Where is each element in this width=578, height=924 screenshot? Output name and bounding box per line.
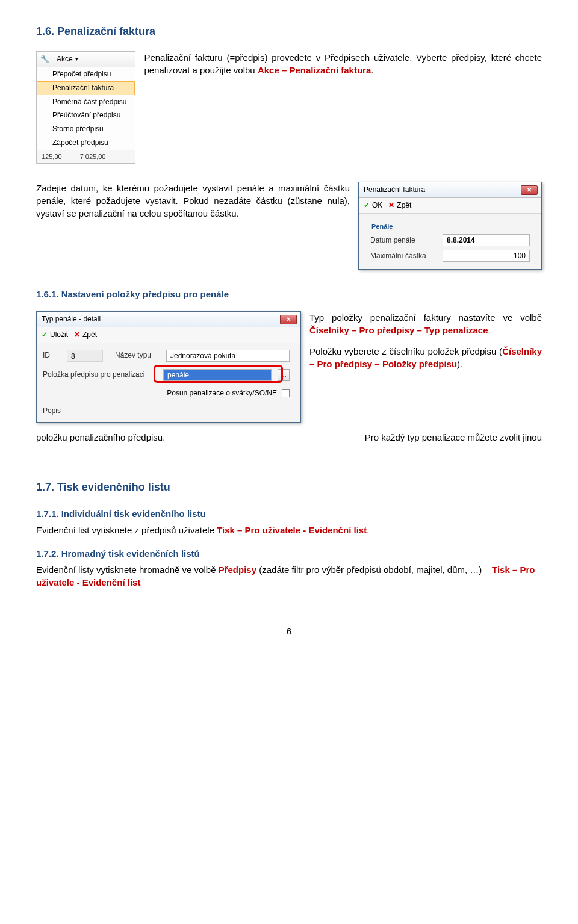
menu-item[interactable]: Storno předpisu xyxy=(37,122,135,136)
max-label: Maximální částka xyxy=(370,251,437,261)
page-number: 6 xyxy=(36,625,542,637)
menu-item-selected[interactable]: Penalizační faktura xyxy=(37,81,135,95)
footer-value-b: 7 025,00 xyxy=(80,152,106,161)
heading-1-6: 1.6. Penalizační faktura xyxy=(36,24,542,39)
cross-icon: ✕ xyxy=(74,330,80,340)
footer-value-a: 125,00 xyxy=(42,152,62,161)
akce-button-label: Akce xyxy=(57,54,73,64)
akce-dropdown: Přepočet předpisu Penalizační faktura Po… xyxy=(37,67,135,150)
ok-button[interactable]: ✓OK xyxy=(364,200,382,211)
item-label: Položka předpisu pro penalizaci xyxy=(43,370,157,380)
akce-menu-screenshot: 🔧 Akce ▾ Přepočet předpisu Penalizační f… xyxy=(36,51,135,164)
menu-item[interactable]: Přeúčtování předpisu xyxy=(37,108,135,122)
heading-1-6-1: 1.6.1. Nastavení položky předpisu pro pe… xyxy=(36,288,542,300)
group-title: Penále xyxy=(369,222,395,231)
check-icon: ✓ xyxy=(42,330,48,340)
menu-item[interactable]: Poměrná část předpisu xyxy=(37,95,135,109)
max-input[interactable] xyxy=(443,250,530,262)
back-button[interactable]: ✕Zpět xyxy=(388,200,411,211)
heading-1-7-1: 1.7.1. Individuální tisk evidenčního lis… xyxy=(36,507,542,520)
close-icon[interactable]: ✕ xyxy=(280,315,297,324)
id-label: ID xyxy=(43,350,61,361)
lower-left-text: položku penalizačního předpisu. xyxy=(36,431,165,444)
typ-penale-dialog: Typ penále - detail ✕ ✓Uložit ✕Zpět ID 8… xyxy=(36,311,301,423)
dialog-title: Typ penále - detail xyxy=(42,314,101,324)
date-label: Datum penále xyxy=(370,235,437,246)
close-icon[interactable]: ✕ xyxy=(521,185,538,195)
cross-icon: ✕ xyxy=(388,200,394,211)
paragraph-1-7-2: Evidenční listy vytisknete hromadně ve v… xyxy=(36,563,542,589)
name-label: Název typu xyxy=(115,350,160,361)
item-input[interactable] xyxy=(163,369,272,381)
shift-label: Posun penalizace o svátky/SO/NE xyxy=(167,388,277,398)
name-input[interactable] xyxy=(166,350,290,362)
menu-item[interactable]: Přepočet předpisu xyxy=(37,67,135,81)
paragraph-1-7-1: Evidenční list vytisknete z předpisů uži… xyxy=(36,524,542,536)
lower-right-text: Pro každý typ penalizace můžete zvolit j… xyxy=(173,431,542,444)
penale-dialog: Penalizační faktura ✕ ✓OK ✕Zpět Penále D… xyxy=(358,182,542,270)
wrench-icon: 🔧 xyxy=(40,54,49,64)
right-paragraph-2: Položku vyberete z číselníku položek pře… xyxy=(309,345,542,370)
back-button[interactable]: ✕Zpět xyxy=(74,330,97,340)
date-input[interactable] xyxy=(443,234,530,246)
mid-paragraph: Zadejte datum, ke kterému požadujete vys… xyxy=(36,182,350,220)
id-value: 8 xyxy=(67,350,103,362)
akce-footer: 125,00 7 025,00 xyxy=(37,150,135,163)
shift-checkbox[interactable] xyxy=(282,389,290,397)
intro-paragraph: Penalizační fakturu (=předpis) provedete… xyxy=(144,51,542,76)
heading-1-7: 1.7. Tisk evidenčního listu xyxy=(36,480,542,495)
lookup-button[interactable]: … xyxy=(278,369,290,381)
popis-label: Popis xyxy=(43,406,73,416)
right-paragraph-1: Typ položky penalizační faktury nastavít… xyxy=(309,311,542,336)
dialog-title: Penalizační faktura xyxy=(364,185,425,195)
menu-item[interactable]: Zápočet předpisu xyxy=(37,136,135,150)
check-icon: ✓ xyxy=(364,200,370,211)
akce-button[interactable]: Akce ▾ xyxy=(53,54,82,65)
chevron-down-icon: ▾ xyxy=(75,55,78,63)
heading-1-7-2: 1.7.2. Hromadný tisk evidenčních listů xyxy=(36,547,542,560)
save-button[interactable]: ✓Uložit xyxy=(42,330,68,340)
